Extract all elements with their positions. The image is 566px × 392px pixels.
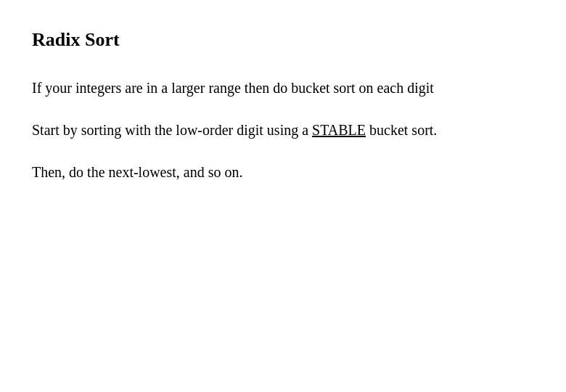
paragraph-2-text-before: Start by sorting with the low-order digi… — [32, 122, 312, 138]
paragraph-3: Then, do the next-lowest, and so on. — [32, 161, 534, 183]
page-title: Radix Sort — [32, 29, 534, 51]
paragraph-3-text: Then, do the next-lowest, and so on. — [32, 164, 243, 180]
paragraph-1-text: If your integers are in a larger range t… — [32, 80, 434, 96]
paragraph-2: Start by sorting with the low-order digi… — [32, 119, 534, 141]
paragraph-2-text-after: bucket sort. — [366, 122, 437, 138]
content-body: If your integers are in a larger range t… — [32, 77, 534, 203]
page-container: Radix Sort If your integers are in a lar… — [0, 0, 566, 232]
paragraph-2-text-underline: STABLE — [312, 122, 366, 138]
paragraph-1: If your integers are in a larger range t… — [32, 77, 534, 99]
